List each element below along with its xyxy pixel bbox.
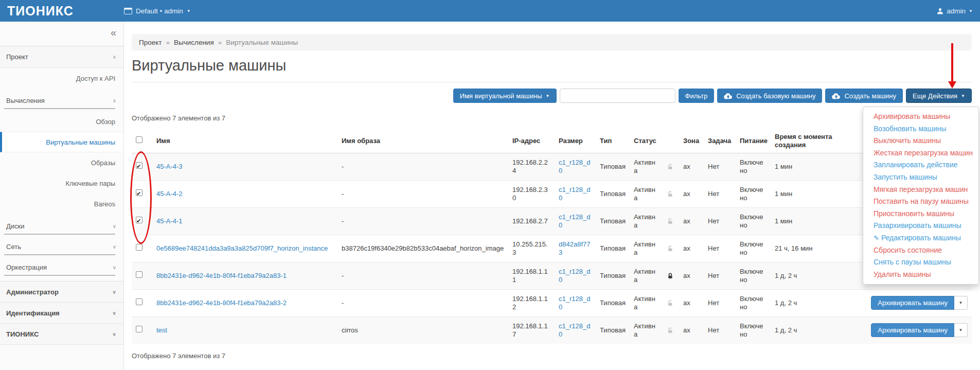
create-machine-button[interactable]: Создать машину <box>825 89 903 103</box>
row-actions-caret[interactable]: ▼ <box>954 323 968 337</box>
sidebar-item-images[interactable]: Образы <box>0 152 123 173</box>
chevron-down-icon: ∨ <box>112 331 116 337</box>
sidebar-item-overview[interactable]: Обзор <box>0 111 123 132</box>
col-header-lock <box>663 129 679 153</box>
sidebar-panel-project[interactable]: Проект ∧ <box>0 46 123 68</box>
table-row: test cirros 192.168.1.17 c1_r128_d0 Типо… <box>132 316 972 344</box>
more-actions-button[interactable]: Еще Действия ▼ <box>906 89 972 103</box>
menu-item-edit[interactable]: ✎Редактировать машины <box>863 232 978 244</box>
flavor-link[interactable]: c1_r128_d0 <box>559 295 590 311</box>
filter-field-dropdown[interactable]: Имя виртуальной машины ▼ <box>453 89 557 103</box>
vm-name-link[interactable]: 45-A-4-1 <box>156 217 183 225</box>
unlock-icon <box>667 245 674 252</box>
cloud-upload-icon <box>832 93 841 99</box>
row-checkbox[interactable] <box>136 298 142 305</box>
breadcrumb-item-compute[interactable]: Вычисления <box>174 39 214 46</box>
row-checkbox[interactable] <box>136 162 142 169</box>
group-underline <box>4 275 115 276</box>
menu-item-unshelve[interactable]: Разархивировать машины <box>863 220 978 232</box>
menu-item-shut-off[interactable]: Выключить машины <box>863 135 978 147</box>
chevron-down-icon: ▼ <box>546 94 550 98</box>
sidebar-item-key-pairs[interactable]: Ключевые пары <box>0 173 123 193</box>
menu-item-hard-reboot[interactable]: Жесткая перезагрузка машин <box>863 147 978 160</box>
flavor-link[interactable]: c1_r128_d0 <box>559 268 590 284</box>
col-header-power[interactable]: Питание <box>736 129 771 153</box>
col-header-size[interactable]: Размер <box>555 129 596 153</box>
vm-name-link[interactable]: 45-A-4-2 <box>156 190 183 198</box>
flavor-link[interactable]: c1_r128_d0 <box>559 158 590 174</box>
chevron-up-icon: ∧ <box>113 98 116 103</box>
chevron-down-icon: ∨ <box>113 265 116 270</box>
sidebar-panel-admin[interactable]: Администратор ∨ <box>0 281 123 303</box>
menu-item-soft-reboot[interactable]: Мягкая перезагрузка машин <box>863 184 978 196</box>
flavor-link[interactable]: d842a8f773 <box>559 240 590 256</box>
row-checkbox[interactable] <box>136 217 142 223</box>
menu-item-resume[interactable]: Возобновить машины <box>863 123 978 135</box>
sidebar-group-network[interactable]: Сеть ∨ <box>0 239 123 254</box>
row-actions-caret[interactable]: ▼ <box>954 296 968 310</box>
app-window: ТИОНИКС Default • admin ▼ admin ▼ « Прое… <box>0 0 980 370</box>
menu-item-delete[interactable]: Удалить машины <box>863 269 978 281</box>
flavor-link[interactable]: c1_r128_d0 <box>559 322 590 338</box>
vm-name-link[interactable]: 8bb2431e-d962-4e1b-80f4-f1eba79a2a83-1 <box>156 272 287 279</box>
sidebar: « Проект ∧ Доступ к API Вычисления ∧ Обз… <box>0 22 124 370</box>
select-all-checkbox[interactable] <box>136 136 142 143</box>
col-header-age[interactable]: Время с момента создания <box>771 129 839 153</box>
row-checkbox[interactable] <box>136 189 142 196</box>
group-underline <box>4 254 115 255</box>
sidebar-collapse-button[interactable]: « <box>111 27 116 39</box>
table-row: 0e5689ee748241dda3a9a3a825d709f7_horizon… <box>132 235 972 262</box>
sidebar-panel-identity[interactable]: Идентификация ∨ <box>0 302 123 324</box>
unlock-icon <box>667 163 674 170</box>
row-checkbox[interactable] <box>136 271 142 278</box>
col-header-status[interactable]: Статус <box>630 129 663 153</box>
col-header-task[interactable]: Задача <box>704 129 736 153</box>
menu-item-archive[interactable]: Архивировать машины <box>863 111 978 123</box>
col-header-image[interactable]: Имя образа <box>337 129 508 153</box>
archive-machine-button[interactable]: Архивировать машину <box>871 296 954 310</box>
table-header-row: Имя Имя образа IP-адрес Размер Тип Стату… <box>132 129 972 153</box>
search-input[interactable] <box>560 89 675 103</box>
archive-machine-button[interactable]: Архивировать машину <box>871 323 954 337</box>
menu-item-pause[interactable]: Поставить на паузу машины <box>863 196 978 208</box>
user-icon <box>937 8 943 14</box>
create-base-machine-button[interactable]: Создать базовую машину <box>717 89 822 103</box>
menu-item-start[interactable]: Запустить машины <box>863 171 978 184</box>
sidebar-collapse-strip: « <box>0 22 123 46</box>
sidebar-group-orchestration[interactable]: Оркестрация ∨ <box>0 259 123 275</box>
vm-name-link[interactable]: 0e5689ee748241dda3a9a3a825d709f7_horizon… <box>156 244 328 252</box>
col-header-zone[interactable]: Зона <box>679 129 704 153</box>
col-header-type[interactable]: Тип <box>596 129 630 153</box>
menu-item-suspend[interactable]: Приостановить машины <box>863 208 978 220</box>
sidebar-item-virtual-machines[interactable]: Виртуальные машины <box>0 132 123 152</box>
user-menu[interactable]: admin ▼ <box>937 7 973 15</box>
breadcrumb-item-project[interactable]: Проект <box>139 39 162 46</box>
table-row: 45-A-4-1 - 192.168.2.7 c1_r128_d0 Типова… <box>132 207 972 235</box>
table-row: 45-A-4-2 - 192.168.2.30 c1_r128_d0 Типов… <box>132 180 972 207</box>
unlock-icon <box>667 190 674 198</box>
context-switcher[interactable]: Default • admin ▼ <box>124 7 191 15</box>
group-underline <box>4 108 115 109</box>
sidebar-group-volumes[interactable]: Диски ∨ <box>0 218 123 234</box>
row-checkbox[interactable] <box>136 326 142 332</box>
vm-name-link[interactable]: 45-A-4-3 <box>156 163 183 170</box>
menu-item-schedule-action[interactable]: Запланировать действие <box>863 159 978 171</box>
sidebar-item-api-access[interactable]: Доступ к API <box>0 68 123 89</box>
breadcrumb-separator: » <box>166 39 170 46</box>
vm-name-link[interactable]: test <box>156 326 167 334</box>
menu-item-reset-state[interactable]: Сбросить состояние <box>863 244 978 257</box>
chevron-down-icon: ▼ <box>187 9 191 13</box>
sidebar-group-compute[interactable]: Вычисления ∧ <box>0 93 123 108</box>
row-checkbox[interactable] <box>136 244 142 251</box>
sidebar-panel-tionix[interactable]: ТИОНИКС ∨ <box>0 323 123 345</box>
flavor-link[interactable]: c1_r128_d0 <box>559 186 590 202</box>
brand-logo[interactable]: ТИОНИКС <box>0 4 124 19</box>
menu-item-unpause[interactable]: Снять с паузы машины <box>863 256 978 269</box>
filter-button[interactable]: Фильтр <box>679 89 715 103</box>
panel-icon <box>124 8 132 14</box>
col-header-ip[interactable]: IP-адрес <box>508 129 555 153</box>
col-header-name[interactable]: Имя <box>152 129 337 153</box>
sidebar-item-bareos[interactable]: Bareos <box>0 193 123 214</box>
flavor-link[interactable]: c1_r128_d0 <box>559 213 590 229</box>
vm-name-link[interactable]: 8bb2431e-d962-4e1b-80f4-f1eba79a2a83-2 <box>156 299 287 307</box>
